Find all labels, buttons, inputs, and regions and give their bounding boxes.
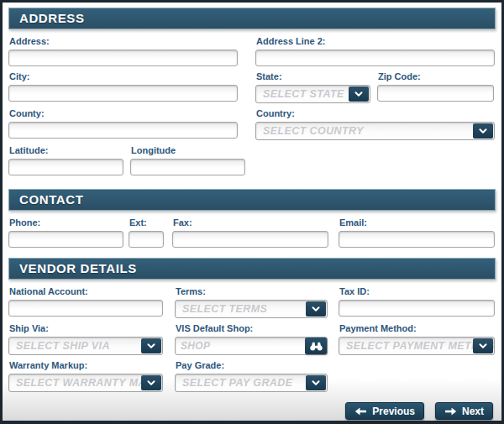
- county-label: County:: [9, 108, 238, 119]
- next-button-label: Next: [462, 406, 484, 417]
- fax-label: Fax:: [173, 217, 328, 228]
- vis-default-shop-field: VIS Default Shop:: [175, 323, 328, 355]
- ext-input[interactable]: [129, 231, 164, 248]
- section-vendor-details: VENDOR DETAILS National Account: Terms: …: [8, 258, 496, 392]
- terms-field: Terms: SELECT TERMS: [175, 286, 328, 318]
- contact-row: Phone: Ext: Fax: Email:: [8, 217, 496, 248]
- address-row-4: Latitude: Longitude: [8, 145, 496, 175]
- country-select-button[interactable]: [473, 123, 493, 139]
- email-input[interactable]: [339, 231, 495, 248]
- warranty-markup-select[interactable]: SELECT WARRANTY MARKUP: [8, 374, 163, 392]
- zip-code-input[interactable]: [377, 85, 494, 102]
- vis-default-shop-label: VIS Default Shop:: [176, 323, 328, 334]
- ship-via-field: Ship Via: SELECT SHIP VIA: [8, 323, 163, 355]
- next-button[interactable]: Next: [435, 402, 493, 420]
- pay-grade-select-button[interactable]: [306, 375, 326, 390]
- ship-via-label: Ship Via:: [9, 323, 163, 334]
- chevron-down-icon: [354, 92, 363, 97]
- state-label: State:: [256, 71, 370, 82]
- wizard-nav: Previous Next: [8, 402, 496, 420]
- chevron-down-icon: [312, 306, 320, 312]
- payment-method-select[interactable]: SELECT PAYMENT METHOD: [339, 337, 495, 355]
- shop-lookup-button[interactable]: [305, 338, 327, 354]
- chevron-down-icon: [312, 380, 320, 386]
- state-select-button[interactable]: [349, 86, 369, 102]
- zip-code-field: Zip Code:: [377, 71, 494, 102]
- address-section-title: ADDRESS: [19, 11, 85, 25]
- tax-id-input[interactable]: [339, 300, 495, 317]
- longitude-input[interactable]: [130, 159, 245, 175]
- vendor-row-2: Ship Via: SELECT SHIP VIA VIS Default Sh…: [8, 323, 496, 355]
- pay-grade-field: Pay Grade: SELECT PAY GRADE: [175, 360, 328, 392]
- ship-via-select-value: SELECT SHIP VIA: [16, 338, 162, 354]
- terms-select-button[interactable]: [306, 301, 326, 317]
- warranty-markup-field: Warranty Markup: SELECT WARRANTY MARKUP: [8, 360, 163, 392]
- chevron-down-icon: [479, 343, 487, 349]
- section-address: ADDRESS Address: Address Line 2: City: S…: [8, 8, 496, 175]
- phone-field: Phone:: [8, 217, 123, 248]
- chevron-down-icon: [479, 128, 487, 134]
- county-input[interactable]: [8, 122, 238, 139]
- vendor-row-3: Warranty Markup: SELECT WARRANTY MARKUP …: [8, 360, 496, 392]
- arrow-right-icon: [444, 407, 457, 416]
- vendor-row-1: National Account: Terms: SELECT TERMS Ta…: [8, 286, 496, 318]
- address-line2-label: Address Line 2:: [256, 36, 495, 47]
- section-contact: CONTACT Phone: Ext: Fax: Email:: [8, 189, 496, 248]
- ship-via-select-button[interactable]: [141, 338, 161, 353]
- payment-method-select-button[interactable]: [473, 338, 493, 353]
- address-row-3: County: Country: SELECT COUNTRY: [8, 108, 496, 140]
- longitude-field: Longitude: [130, 145, 245, 175]
- payment-method-label: Payment Method:: [339, 323, 495, 334]
- email-label: Email:: [339, 217, 495, 228]
- vendor-form-page: ADDRESS Address: Address Line 2: City: S…: [0, 0, 504, 424]
- terms-label: Terms:: [176, 286, 328, 297]
- address-line2-field: Address Line 2:: [255, 36, 495, 66]
- county-field: County:: [8, 108, 238, 139]
- payment-method-select-value: SELECT PAYMENT METHOD: [346, 338, 494, 354]
- warranty-markup-label: Warranty Markup:: [9, 360, 163, 371]
- phone-label: Phone:: [9, 217, 123, 228]
- previous-button[interactable]: Previous: [345, 402, 424, 420]
- address-line2-input[interactable]: [255, 50, 495, 66]
- state-select[interactable]: SELECT STATE: [255, 85, 370, 103]
- terms-select[interactable]: SELECT TERMS: [175, 300, 328, 318]
- vendor-details-section-header: VENDOR DETAILS: [8, 258, 496, 280]
- latitude-input[interactable]: [8, 159, 123, 175]
- chevron-down-icon: [147, 343, 155, 349]
- ship-via-select[interactable]: SELECT SHIP VIA: [8, 337, 163, 355]
- state-field: State: SELECT STATE: [255, 71, 370, 103]
- address-row-2: City: State: SELECT STATE Zip Code:: [8, 71, 496, 103]
- chevron-down-icon: [147, 380, 155, 386]
- fax-input[interactable]: [172, 231, 328, 248]
- vis-default-shop-control: [175, 337, 328, 355]
- email-field: Email:: [339, 217, 495, 248]
- tax-id-label: Tax ID:: [339, 286, 495, 297]
- contact-section-header: CONTACT: [8, 189, 496, 211]
- country-field: Country: SELECT COUNTRY: [255, 108, 495, 140]
- country-select[interactable]: SELECT COUNTRY: [255, 122, 495, 140]
- warranty-markup-select-value: SELECT WARRANTY MARKUP: [16, 374, 162, 391]
- national-account-field: National Account:: [8, 286, 163, 317]
- ext-label: Ext:: [129, 217, 164, 228]
- address-row-1: Address: Address Line 2:: [8, 36, 496, 66]
- vendor-details-section-title: VENDOR DETAILS: [19, 261, 137, 275]
- pay-grade-select[interactable]: SELECT PAY GRADE: [175, 374, 328, 392]
- address-input[interactable]: [8, 50, 238, 66]
- country-label: Country:: [256, 108, 495, 119]
- warranty-markup-select-button[interactable]: [141, 375, 161, 390]
- country-select-value: SELECT COUNTRY: [263, 123, 494, 139]
- city-input[interactable]: [8, 85, 238, 102]
- payment-method-field: Payment Method: SELECT PAYMENT METHOD: [339, 323, 495, 355]
- fax-field: Fax:: [172, 217, 328, 248]
- national-account-input[interactable]: [8, 300, 163, 317]
- binoculars-icon: [309, 341, 323, 351]
- city-label: City:: [9, 71, 238, 82]
- phone-input[interactable]: [8, 231, 123, 248]
- contact-section-title: CONTACT: [19, 192, 83, 207]
- pay-grade-label: Pay Grade:: [176, 360, 328, 371]
- address-label: Address:: [9, 36, 238, 47]
- latitude-label: Latitude:: [9, 145, 123, 156]
- arrow-left-icon: [354, 407, 367, 416]
- tax-id-field: Tax ID:: [339, 286, 495, 317]
- ext-field: Ext:: [129, 217, 164, 248]
